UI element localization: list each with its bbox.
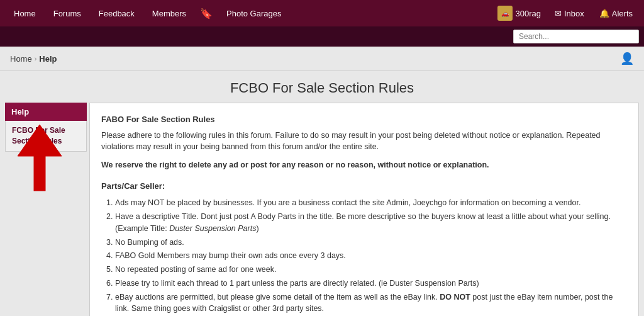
- red-arrow-indicator: [11, 121, 68, 199]
- list-item: No Bumping of ads.: [115, 237, 627, 249]
- nav-forums[interactable]: Forums: [45, 0, 90, 26]
- username-label: 300rag: [515, 9, 540, 18]
- nav-home[interactable]: Home: [5, 0, 45, 26]
- breadcrumb-bar: Home › Help 👤: [0, 47, 644, 71]
- breadcrumb-current: Help: [39, 54, 57, 64]
- inbox-icon: ✉: [555, 9, 562, 18]
- seller-header: Parts/Car Seller:: [101, 180, 627, 193]
- nav-members[interactable]: Members: [143, 0, 195, 26]
- alerts-label: Alerts: [612, 9, 633, 18]
- user-avatar: 🚗: [497, 6, 513, 21]
- content-bold-notice: We reserve the right to delete any ad or…: [101, 159, 627, 171]
- sidebar: Help FCBO For Sale Section Rules: [5, 103, 87, 316]
- breadcrumb-home[interactable]: Home: [10, 54, 32, 64]
- sidebar-header: Help: [5, 103, 87, 121]
- list-item: Ads may NOT be placed by businesses. If …: [115, 197, 627, 209]
- nav-feedback[interactable]: Feedback: [90, 0, 143, 26]
- content-section-title: FABO For Sale Section Rules: [101, 113, 627, 126]
- top-navigation: Home Forums Feedback Members 🔖 Photo Gar…: [0, 0, 644, 26]
- list-item: eBay auctions are permitted, but please …: [115, 291, 627, 315]
- list-item: No repeated posting of same ad for one w…: [115, 264, 627, 276]
- account-icon[interactable]: 👤: [620, 52, 634, 65]
- search-input[interactable]: [513, 30, 639, 43]
- search-bar: [0, 26, 644, 47]
- main-layout: Help FCBO For Sale Section Rules FABO Fo…: [5, 103, 639, 316]
- list-item: Have a descriptive Title. Dont just post…: [115, 211, 627, 235]
- content-area: FABO For Sale Section Rules Please adher…: [89, 103, 639, 316]
- list-item: FABO Gold Members may bump their own ads…: [115, 250, 627, 262]
- rules-list: Ads may NOT be placed by businesses. If …: [101, 197, 627, 316]
- alerts-button[interactable]: 🔔 Alerts: [593, 0, 639, 26]
- svg-marker-1: [18, 125, 62, 156]
- bell-icon: 🔔: [599, 9, 609, 18]
- page-title: FCBO For Sale Section Rules: [0, 80, 644, 96]
- inbox-label: Inbox: [564, 9, 584, 18]
- breadcrumb: Home › Help: [10, 54, 57, 64]
- bookmark-icon[interactable]: 🔖: [195, 0, 218, 26]
- page-title-bar: FCBO For Sale Section Rules: [0, 71, 644, 103]
- list-item: Please try to limit each thread to 1 par…: [115, 278, 627, 290]
- breadcrumb-separator: ›: [35, 55, 37, 62]
- user-menu[interactable]: 🚗 300rag: [492, 6, 545, 21]
- content-intro: Please adhere to the following rules in …: [101, 130, 627, 154]
- nav-photo-garages[interactable]: Photo Garages: [218, 0, 290, 26]
- inbox-button[interactable]: ✉ Inbox: [548, 0, 591, 26]
